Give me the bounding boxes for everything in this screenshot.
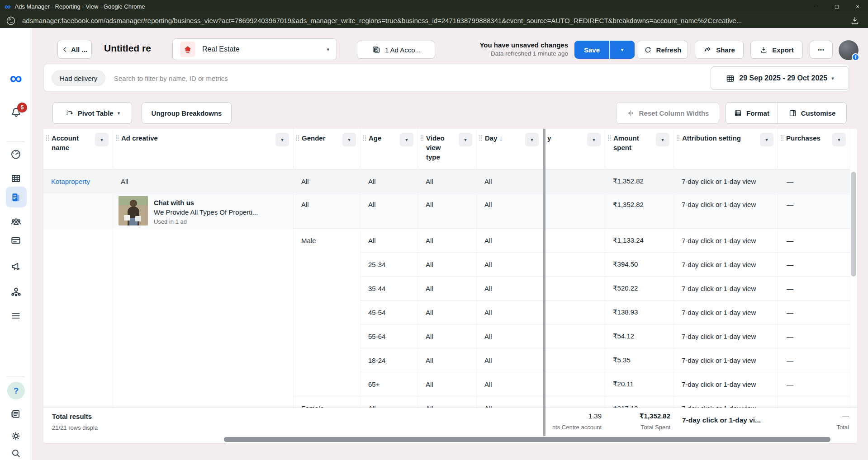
reset-column-widths-label: Reset Column Widths	[639, 109, 709, 117]
drag-handle-icon[interactable]	[479, 135, 483, 141]
column-menu-button[interactable]: ▾	[275, 133, 289, 146]
cell-amount-spent: ₹1,133.24	[605, 229, 674, 253]
column-menu-button[interactable]: ▾	[525, 133, 539, 146]
reset-column-widths-button[interactable]: Reset Column Widths	[616, 102, 719, 124]
drag-handle-icon[interactable]	[420, 135, 424, 141]
drag-handle-icon[interactable]	[296, 135, 299, 141]
column-header-video-view-type: Video view type ▾	[418, 129, 477, 169]
cell-attribution-setting: 7-day click or 1-day view	[674, 193, 778, 229]
cell-partial	[545, 229, 605, 253]
table-header-row: Account name ▾ Ad creative ▾ Gender ▾ Ag…	[43, 129, 850, 169]
cell-partial	[545, 300, 605, 324]
pivot-table-dropdown[interactable]: Pivot Table ▾	[52, 102, 132, 124]
date-range-button[interactable]: 29 Sep 2025 - 29 Oct 2025 ▾	[711, 66, 849, 90]
sidebar-item-all-tools[interactable]	[0, 310, 32, 322]
cell-video-view-type: All	[418, 169, 477, 193]
frozen-column-divider[interactable]	[543, 129, 545, 436]
drag-handle-icon[interactable]	[780, 135, 784, 141]
save-options-dropdown-button[interactable]: ▾	[610, 41, 635, 59]
column-menu-button[interactable]: ▾	[400, 133, 413, 146]
column-header-day: Day ↓ ▾	[477, 129, 543, 169]
browser-url-bar[interactable]: adsmanager.facebook.com/adsmanager/repor…	[0, 13, 868, 28]
url-text[interactable]: adsmanager.facebook.com/adsmanager/repor…	[22, 17, 742, 24]
cell-partial	[545, 169, 605, 193]
ad-account-selector-button[interactable]: 1 Ad Acco...	[357, 41, 435, 59]
cell-amount-spent: ₹20.11	[605, 372, 674, 396]
cell-video-view-type: All	[418, 348, 477, 372]
ungroup-breakdowns-button[interactable]: Ungroup Breakdowns	[142, 102, 232, 124]
export-button[interactable]: Export	[750, 41, 803, 59]
cell-ad-creative	[113, 229, 294, 253]
credit-card-icon	[10, 235, 22, 246]
cell-video-view-type: All	[418, 193, 477, 229]
sidebar-item-ads[interactable]	[0, 260, 32, 272]
close-button[interactable]: ×	[847, 0, 868, 13]
share-button[interactable]: Share	[695, 41, 744, 59]
cell-day: All	[477, 169, 543, 193]
cell-account-name	[43, 193, 113, 229]
meta-logo-icon: ∞	[5, 2, 11, 11]
drag-handle-icon[interactable]	[607, 135, 611, 141]
horizontal-scrollbar[interactable]	[224, 437, 830, 442]
ad-creative-thumbnail[interactable]	[119, 196, 148, 225]
cell-attribution-setting: 7-day click or 1-day view	[674, 372, 778, 396]
cell-amount-spent: ₹394.50	[605, 253, 674, 277]
newspaper-icon	[10, 408, 22, 420]
column-menu-button[interactable]: ▾	[760, 133, 773, 146]
cell-purchases: —	[778, 324, 850, 348]
maximize-button[interactable]: □	[826, 0, 847, 13]
vertical-scrollbar[interactable]	[851, 172, 856, 277]
cell-age: 55-64	[360, 324, 418, 348]
account-link[interactable]: Kotaproperty	[51, 178, 90, 185]
column-menu-button[interactable]: ▾	[832, 133, 846, 146]
sidebar-item-settings[interactable]	[0, 430, 32, 442]
ad-account-selector-label: 1 Ad Acco...	[385, 46, 421, 54]
cell-day: All	[477, 229, 543, 253]
drag-handle-icon[interactable]	[115, 135, 119, 141]
drag-handle-icon[interactable]	[676, 135, 680, 141]
sidebar-item-updates[interactable]	[0, 408, 32, 420]
export-button-label: Export	[772, 46, 794, 54]
column-menu-button[interactable]: ▾	[459, 133, 472, 146]
sidebar-item-search[interactable]	[0, 447, 32, 459]
minimize-button[interactable]: –	[806, 0, 826, 13]
column-menu-button[interactable]: ▾	[342, 133, 356, 146]
sidebar-item-account-overview[interactable]	[0, 148, 32, 160]
sidebar-item-billing[interactable]	[0, 235, 32, 246]
column-menu-button[interactable]: ▾	[95, 133, 109, 146]
download-icon[interactable]	[850, 16, 860, 26]
table-row: Chat with us We Provide All Types Of Pro…	[43, 193, 850, 229]
sidebar-item-audiences[interactable]	[0, 216, 32, 228]
chevron-down-icon: ▾	[593, 137, 595, 142]
sidebar-item-help[interactable]: ?	[7, 382, 25, 399]
column-menu-button[interactable]: ▾	[656, 133, 669, 146]
refresh-button[interactable]: Refresh	[637, 41, 688, 59]
table-row: 35-44 All All ₹520.22 7-day click or 1-d…	[43, 277, 850, 300]
save-button[interactable]: Save	[574, 41, 609, 59]
cell-ad-creative	[113, 324, 294, 348]
sidebar-item-reports[interactable]	[0, 192, 32, 203]
column-menu-button[interactable]: ▾	[587, 133, 601, 146]
sidebar-item-asset-connections[interactable]	[0, 286, 32, 298]
cell-age: All	[360, 193, 418, 229]
megaphone-icon	[10, 260, 22, 272]
sidebar-item-home[interactable]: ∞	[0, 70, 32, 87]
report-selector-dropdown[interactable]: Real Estate ▾	[172, 38, 337, 60]
back-to-all-reports-button[interactable]: All ...	[57, 40, 92, 59]
chevron-down-icon: ▾	[831, 76, 834, 81]
site-info-icon[interactable]	[6, 16, 16, 26]
had-delivery-filter-chip[interactable]: Had delivery	[52, 70, 105, 86]
sidebar-divider	[7, 376, 25, 376]
more-options-button[interactable]: •••	[810, 41, 833, 59]
date-range-label: 29 Sep 2025 - 29 Oct 2025	[739, 74, 827, 82]
sidebar-item-campaigns[interactable]	[0, 173, 32, 184]
cell-account-name: Kotaproperty	[43, 169, 113, 193]
drag-handle-icon[interactable]	[363, 135, 366, 141]
customise-button[interactable]: Customise	[778, 103, 846, 123]
avatar[interactable]: f	[838, 40, 859, 61]
format-button[interactable]: Format	[726, 103, 778, 123]
search-input[interactable]	[114, 71, 566, 85]
chevron-down-icon: ▾	[838, 137, 840, 142]
drag-handle-icon[interactable]	[46, 135, 49, 141]
reset-column-widths-icon	[626, 109, 635, 117]
